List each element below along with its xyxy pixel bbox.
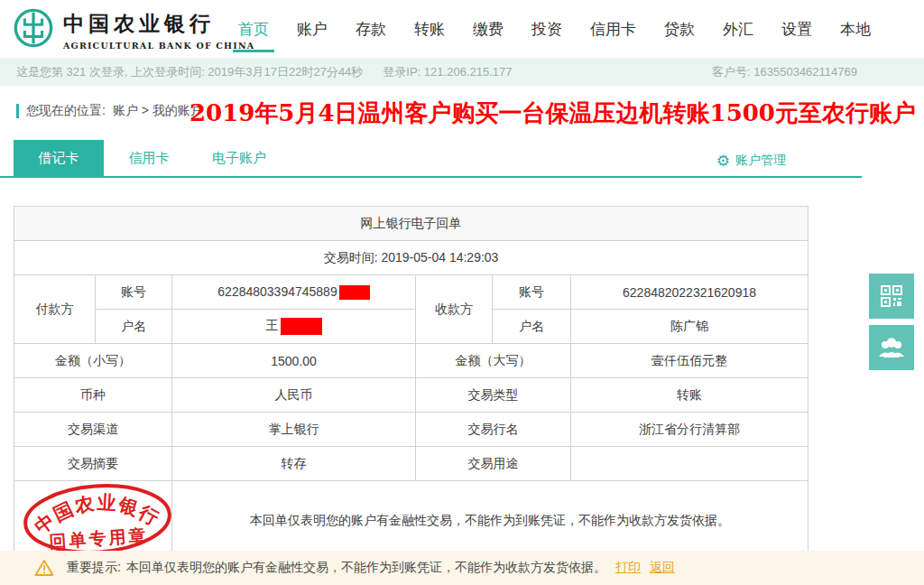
transaction-time-value: 2019-05-04 14:29:03	[381, 250, 498, 265]
nav-item-deposits[interactable]: 存款	[354, 3, 388, 56]
account-type-tabs: 借记卡 信用卡 电子账户 ⚙ 账户管理	[0, 140, 862, 178]
footer-warning-bar: 重要提示: 本回单仅表明您的账户有金融性交易，不能作为到账凭证，不能作为收款方发…	[0, 551, 924, 585]
payee-name-value: 陈广锦	[571, 310, 808, 344]
nav-item-credit-card[interactable]: 信用卡	[588, 3, 638, 56]
breadcrumb-accent-bar	[16, 104, 19, 118]
nav-item-accounts[interactable]: 账户	[295, 3, 329, 56]
login-ip-text: 登录IP: 121.206.215.177	[383, 64, 512, 80]
header: 中国农业银行 AGRICULTURAL BANK OF CHINA 首页 账户 …	[0, 0, 924, 58]
purpose-value	[571, 447, 808, 481]
channel-value: 掌上银行	[172, 413, 416, 447]
transaction-type-label: 交易类型	[416, 378, 571, 413]
nav-item-home[interactable]: 首页	[236, 3, 271, 56]
payer-name-label: 户名	[96, 310, 172, 344]
table-row: 交易摘要 转存 交易用途	[14, 447, 808, 481]
payer-account-label: 账号	[96, 275, 172, 310]
account-manage-link[interactable]: ⚙ 账户管理	[716, 153, 786, 169]
nav-item-local[interactable]: 本地	[838, 3, 873, 56]
payer-group-label: 付款方	[14, 275, 96, 344]
bank-name-cn: 中国农业银行	[63, 10, 254, 38]
nav-item-transfer[interactable]: 转账	[412, 3, 447, 56]
table-row: 金额（小写） 1500.00 金额（大写） 壹仟伍佰元整	[14, 344, 808, 378]
nav-item-loans[interactable]: 贷款	[662, 3, 697, 56]
payee-group-label: 收款方	[416, 275, 493, 344]
amount-lower-value: 1500.00	[172, 344, 416, 378]
red-annotation-text: 2019年5月4日温州客户购买一台保温压边机转账1500元至农行账户	[189, 98, 916, 129]
receipt-stamp-cell: 中国农业银行 回单专用章	[14, 481, 172, 561]
nav-item-payments[interactable]: 缴费	[471, 3, 505, 56]
payer-account-number: 62284803394745889	[217, 284, 337, 299]
bank-stamp: 中国农业银行 回单专用章	[17, 478, 177, 561]
receipt-title: 网上银行电子回单	[14, 207, 808, 241]
table-row: 币种 人民币 交易类型 转账	[14, 378, 808, 413]
account-manage-label: 账户管理	[735, 153, 786, 169]
customer-number-text: 客户号: 1635503462114769	[712, 64, 857, 80]
transaction-type-value: 转账	[571, 378, 808, 413]
tab-debit-card[interactable]: 借记卡	[14, 140, 104, 176]
bank-emblem-icon	[13, 7, 54, 52]
summary-label: 交易摘要	[14, 447, 172, 481]
summary-value: 转存	[172, 447, 416, 481]
redaction-box	[339, 285, 370, 300]
payee-account-label: 账号	[493, 275, 571, 310]
print-link[interactable]: 打印	[615, 560, 641, 576]
breadcrumb-prefix: 您现在的位置:	[26, 103, 106, 119]
transaction-time-row: 交易时间: 2019-05-04 14:29:03	[14, 241, 808, 275]
currency-label: 币种	[14, 378, 172, 413]
gear-icon: ⚙	[716, 153, 730, 169]
qr-code-icon	[879, 283, 904, 309]
qr-code-button[interactable]	[869, 274, 914, 319]
back-link[interactable]: 返回	[650, 560, 675, 576]
breadcrumb: 您现在的位置: 账户 > 我的账户	[16, 103, 203, 119]
payer-account-value: 62284803394745889	[172, 275, 416, 310]
redaction-box	[281, 318, 322, 335]
nav-item-settings[interactable]: 设置	[780, 3, 814, 56]
currency-value: 人民币	[172, 378, 416, 413]
login-count-text: 这是您第 321 次登录, 上次登录时间: 2019年3月17日22时27分44…	[16, 64, 363, 80]
side-floating-buttons	[869, 274, 914, 370]
channel-label: 交易渠道	[14, 413, 172, 447]
main-nav: 首页 账户 存款 转账 缴费 投资 信用卡 贷款 外汇 设置 本地	[236, 0, 873, 58]
tab-credit-card[interactable]: 信用卡	[104, 140, 194, 176]
amount-upper-value: 壹仟伍佰元整	[571, 344, 808, 378]
bank-name-en: AGRICULTURAL BANK OF CHINA	[63, 41, 254, 51]
payee-account-value: 6228482022321620918	[571, 275, 808, 310]
login-info-bar: 这是您第 321 次登录, 上次登录时间: 2019年3月17日22时27分44…	[0, 58, 924, 86]
warning-icon	[34, 559, 54, 577]
footer-warning-label: 重要提示:	[67, 560, 121, 576]
footer-warning-text: 本回单仅表明您的账户有金融性交易，不能作为到账凭证，不能作为收款方发货依据。	[126, 560, 606, 576]
bank-name-label: 交易行名	[416, 413, 571, 447]
receipt-note: 本回单仅表明您的账户有金融性交易，不能作为到账凭证，不能作为收款方发货依据。	[172, 481, 808, 561]
people-icon	[878, 335, 905, 360]
payee-name-label: 户名	[493, 310, 571, 344]
amount-lower-label: 金额（小写）	[14, 344, 172, 378]
payer-name-text: 王	[266, 318, 279, 332]
nav-item-forex[interactable]: 外汇	[721, 3, 755, 56]
transaction-time-label: 交易时间:	[324, 250, 378, 265]
nav-item-investment[interactable]: 投资	[530, 3, 564, 56]
payer-name-value: 王	[172, 310, 416, 344]
table-row: 交易渠道 掌上银行 交易行名 浙江省分行清算部	[14, 413, 808, 447]
purpose-label: 交易用途	[416, 447, 571, 481]
amount-upper-label: 金额（大写）	[416, 344, 571, 378]
bank-logo: 中国农业银行 AGRICULTURAL BANK OF CHINA	[13, 7, 254, 52]
e-receipt-table: 网上银行电子回单 交易时间: 2019-05-04 14:29:03 付款方 账…	[14, 206, 808, 561]
tab-electronic-account[interactable]: 电子账户	[194, 140, 284, 176]
customer-service-button[interactable]	[869, 325, 914, 370]
bank-name-value: 浙江省分行清算部	[571, 413, 808, 447]
